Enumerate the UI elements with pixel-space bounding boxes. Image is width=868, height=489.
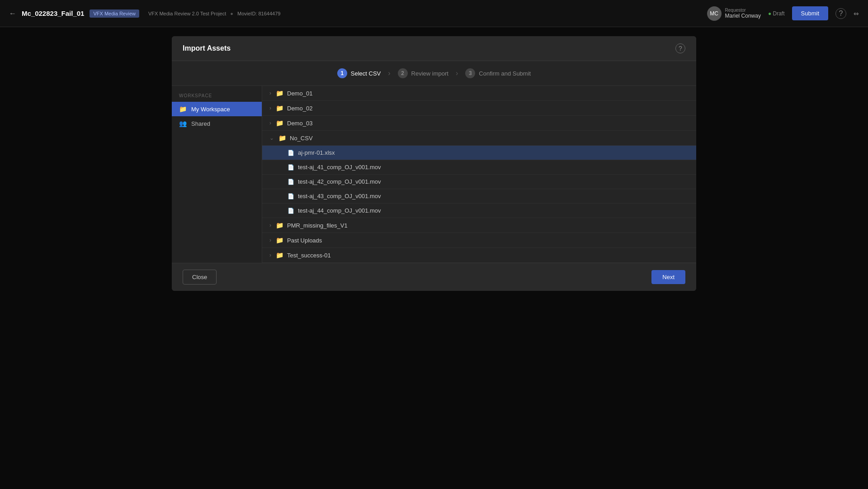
user-role: Requestor [725, 8, 761, 13]
file-name-test44: test-aj_44_comp_OJ_v001.mov [298, 207, 381, 214]
file-name-test42: test-aj_42_comp_OJ_v001.mov [298, 178, 381, 185]
file-name-aj-pmr: aj-pmr-01.xlsx [298, 149, 335, 156]
vfx-badge: VFX Media Review [90, 9, 139, 18]
chevron-right-icon: › [269, 90, 271, 96]
topbar-right: MC Requestor Mariel Conway ● Draft Submi… [707, 6, 859, 21]
folder-row-demo02[interactable]: › 📁 Demo_02 [262, 101, 696, 116]
folder-name-pmr-missing: PMR_missing_files_V1 [287, 222, 348, 229]
step-2-num: 2 [398, 68, 408, 78]
page-background: Import Assets ? 1 Select CSV › 2 Review … [0, 27, 868, 489]
chevron-right-icon: › [269, 237, 271, 243]
close-button[interactable]: Close [183, 270, 217, 285]
folder-icon-demo02: 📁 [276, 104, 283, 112]
step-3: 3 Confirm and Submit [465, 68, 531, 78]
my-workspace-folder-icon: 📁 [179, 105, 187, 113]
folder-icon-pmr-missing: 📁 [276, 222, 283, 229]
folder-row-test-success[interactable]: › 📁 Test_success-01 [262, 248, 696, 263]
user-block: MC Requestor Mariel Conway [707, 6, 761, 21]
back-button[interactable]: ← [9, 9, 16, 18]
file-row-test44[interactable]: 📄 test-aj_44_comp_OJ_v001.mov [262, 204, 696, 218]
modal-body: WORKSPACE 📁 My Workspace 👥 Shared › [172, 86, 696, 263]
step-sep-2: › [456, 69, 458, 77]
app-title: Mc_022823_Fail_01 [22, 9, 84, 17]
folder-name-demo01: Demo_01 [287, 90, 312, 97]
folder-row-pmr-missing[interactable]: › 📁 PMR_missing_files_V1 [262, 218, 696, 233]
chevron-right-icon: › [269, 120, 271, 126]
file-row-aj-pmr[interactable]: 📄 aj-pmr-01.xlsx [262, 146, 696, 160]
avatar: MC [707, 6, 722, 21]
expand-icon[interactable]: ⇔ [854, 10, 859, 17]
shared-label: Shared [191, 120, 210, 127]
chevron-right-icon: › [269, 105, 271, 111]
sidebar: WORKSPACE 📁 My Workspace 👥 Shared [172, 86, 262, 263]
draft-label: ● Draft [768, 10, 785, 17]
step-2-label: Review import [411, 70, 448, 77]
shared-icon: 👥 [179, 120, 187, 127]
file-browser[interactable]: › 📁 Demo_01 › 📁 Demo_02 › 📁 Demo_ [262, 86, 696, 263]
modal-title: Import Assets [183, 44, 231, 52]
folder-name-demo03: Demo_03 [287, 120, 312, 127]
submit-button[interactable]: Submit [792, 6, 828, 20]
user-name: Mariel Conway [725, 13, 761, 19]
file-row-test43[interactable]: 📄 test-aj_43_comp_OJ_v001.mov [262, 189, 696, 204]
file-doc-icon-test41: 📄 [288, 164, 294, 171]
folder-row-demo03[interactable]: › 📁 Demo_03 [262, 116, 696, 131]
sidebar-item-shared[interactable]: 👥 Shared [172, 116, 262, 131]
step-sep-1: › [388, 69, 390, 77]
step-2: 2 Review import [398, 68, 448, 78]
step-1-label: Select CSV [351, 70, 381, 77]
topbar: ← Mc_022823_Fail_01 VFX Media Review VFX… [0, 0, 868, 27]
topbar-left: ← Mc_022823_Fail_01 VFX Media Review VFX… [9, 9, 280, 18]
sidebar-section-label: WORKSPACE [172, 91, 262, 102]
folder-row-demo01[interactable]: › 📁 Demo_01 [262, 86, 696, 101]
modal-overlay: Import Assets ? 1 Select CSV › 2 Review … [0, 27, 868, 489]
user-info: Requestor Mariel Conway [725, 8, 761, 19]
folder-row-past-uploads[interactable]: › 📁 Past Uploads [262, 233, 696, 248]
file-doc-icon-test44: 📄 [288, 208, 294, 214]
folder-name-demo02: Demo_02 [287, 105, 312, 112]
folder-icon-test-success: 📁 [276, 252, 283, 259]
file-doc-icon-aj-pmr: 📄 [288, 150, 294, 156]
chevron-right-icon: › [269, 252, 271, 258]
subtitle-text: VFX Media Review 2.0 Test Project ● Movi… [148, 11, 280, 16]
chevron-down-icon: ⌄ [269, 135, 274, 141]
folder-icon-demo03: 📁 [276, 119, 283, 127]
import-assets-modal: Import Assets ? 1 Select CSV › 2 Review … [172, 36, 696, 291]
step-1-num: 1 [337, 68, 347, 78]
help-icon[interactable]: ? [835, 8, 846, 19]
step-1: 1 Select CSV [337, 68, 381, 78]
folder-icon-past-uploads: 📁 [276, 237, 283, 244]
folder-icon-no-csv: 📁 [278, 134, 286, 142]
file-doc-icon-test42: 📄 [288, 179, 294, 185]
steps-bar: 1 Select CSV › 2 Review import › 3 Confi… [172, 61, 696, 86]
file-name-test41: test-aj_41_comp_OJ_v001.mov [298, 164, 381, 171]
folder-icon-demo01: 📁 [276, 90, 283, 97]
modal-help-icon[interactable]: ? [675, 43, 685, 53]
modal-footer: Close Next [172, 263, 696, 291]
next-button[interactable]: Next [651, 270, 685, 284]
folder-name-past-uploads: Past Uploads [287, 237, 322, 244]
folder-name-test-success: Test_success-01 [287, 252, 331, 259]
file-row-test42[interactable]: 📄 test-aj_42_comp_OJ_v001.mov [262, 175, 696, 189]
file-name-test43: test-aj_43_comp_OJ_v001.mov [298, 193, 381, 199]
step-3-num: 3 [465, 68, 475, 78]
my-workspace-label: My Workspace [191, 106, 230, 113]
sidebar-item-my-workspace[interactable]: 📁 My Workspace [172, 102, 262, 116]
file-row-test41[interactable]: 📄 test-aj_41_comp_OJ_v001.mov [262, 160, 696, 175]
modal-header: Import Assets ? [172, 36, 696, 61]
chevron-right-icon: › [269, 222, 271, 228]
folder-name-no-csv: No_CSV [290, 135, 313, 142]
file-doc-icon-test43: 📄 [288, 193, 294, 199]
step-3-label: Confirm and Submit [479, 70, 531, 77]
folder-row-no-csv[interactable]: ⌄ 📁 No_CSV [262, 131, 696, 146]
